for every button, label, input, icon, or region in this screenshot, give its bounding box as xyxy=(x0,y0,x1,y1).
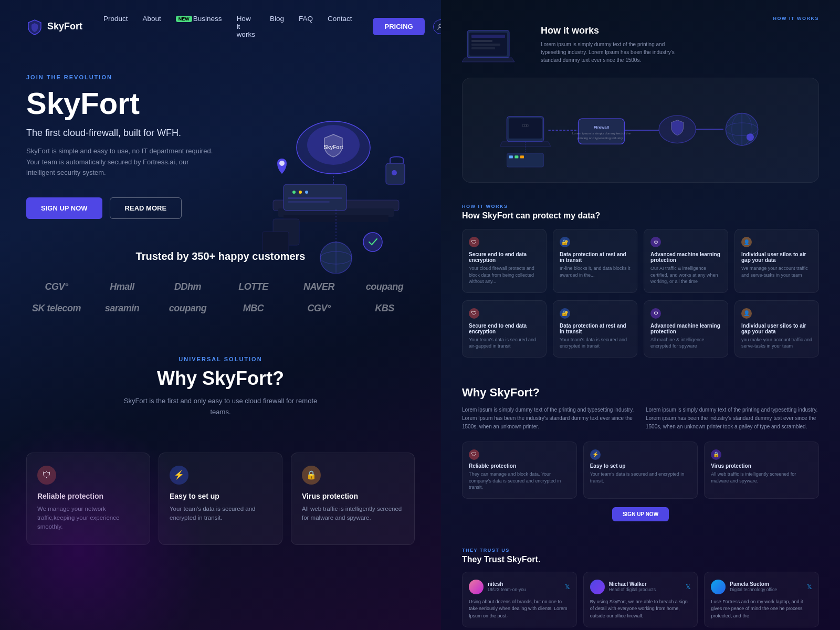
how-title: How it works xyxy=(541,25,688,36)
svg-rect-11 xyxy=(288,201,330,203)
signup-button[interactable]: SIGN UP NOW xyxy=(26,197,102,219)
svg-rect-6 xyxy=(284,184,346,211)
hero-content: JOIN THE REVOLUTION SkyFort The first cl… xyxy=(26,74,247,219)
logo-naver: NAVER xyxy=(289,281,349,292)
why-feature-text-1: Your team's data is secured and encrypte… xyxy=(590,471,691,484)
logo-cgv1: CGV° xyxy=(26,281,87,292)
why-cols: Lorem ipsum is simply dummy text of the … xyxy=(462,406,819,431)
logo-mbc: MBC xyxy=(223,303,284,314)
protect-grid-row2: 🛡 Secure end to end data encryption Your… xyxy=(462,300,819,358)
nav-faq[interactable]: FAQ xyxy=(299,15,313,38)
logo-coupang1: coupang xyxy=(354,281,415,292)
logo-lotte: LOTTE xyxy=(223,281,284,292)
why-feature-title-1: Easy to set up xyxy=(590,463,691,469)
logo-ddhm: DDhm xyxy=(158,281,218,292)
hero-subtitle: JOIN THE REVOLUTION xyxy=(26,74,247,80)
pricing-button[interactable]: PRICING xyxy=(373,18,424,35)
testimonial-role-0: UI/UX team-on-you xyxy=(488,587,526,592)
nav-links: Product About NEWBusiness How it works B… xyxy=(103,15,352,38)
protect-text-0: Your cloud firewall protects and block d… xyxy=(469,265,540,285)
why-text-2: Lorem ipsum is simply dummy text of the … xyxy=(646,406,819,431)
svg-text:printing and typesetting indus: printing and typesetting industry... xyxy=(578,136,625,140)
svg-point-8 xyxy=(299,191,302,194)
nav-about[interactable]: About xyxy=(143,15,161,38)
protect-text-4: Your team's data is secured and air-gapp… xyxy=(469,337,540,350)
nav-badge: NEW xyxy=(176,16,192,22)
protect-icon-2: ⚙ xyxy=(650,237,661,247)
protect-title-4: Secure end to end data encryption xyxy=(469,323,540,334)
testimonials-grid: nitesh UI/UX team-on-you 𝕏 Using about d… xyxy=(462,572,819,628)
feature-icon-0: 🛡 xyxy=(37,466,56,485)
why-feature-icon-2: 🔒 xyxy=(711,449,721,460)
why-feature-title-0: Reliable protection xyxy=(469,463,570,469)
protect-icon-3: 👤 xyxy=(741,237,752,247)
why-feature-2: 🔒 Virus protection All web traffic is in… xyxy=(704,442,819,499)
why-text-1: Lorem ipsum is simply dummy text of the … xyxy=(462,406,635,431)
nav-product[interactable]: Product xyxy=(103,15,128,38)
testimonial-1: Michael Walker Head of digital products … xyxy=(583,572,698,628)
user-icon[interactable] xyxy=(433,19,441,34)
protect-item-4: 🛡 Secure end to end data encryption Your… xyxy=(462,300,547,358)
why-signup-button[interactable]: SIGN UP NOW xyxy=(612,507,669,521)
feature-name-1: Easy to set up xyxy=(170,492,271,500)
svg-point-9 xyxy=(305,191,308,194)
protect-section: HOW IT WORKS How SkyFort can protect my … xyxy=(441,193,840,375)
hero-headline: The first cloud-firewall, built for WFH. xyxy=(26,128,247,139)
logo[interactable]: SkyFort xyxy=(26,18,82,35)
nav-contact[interactable]: Contact xyxy=(328,15,352,38)
universal-description: SkyFort is the first and only easy to us… xyxy=(116,396,326,418)
logo-coupang2: coupang xyxy=(158,303,218,314)
feature-text-1: Your team's data is secured and encrypte… xyxy=(170,505,271,523)
logo-cgv2: CGV° xyxy=(289,303,349,314)
svg-point-17 xyxy=(279,161,285,166)
svg-rect-28 xyxy=(471,44,500,46)
readmore-button[interactable]: READ MORE xyxy=(110,197,182,219)
protect-text-7: you make your account traffic and serve-… xyxy=(741,337,812,350)
feature-card-1: ⚡ Easy to set up Your team's data is sec… xyxy=(159,453,282,545)
feature-name-2: Virus protection xyxy=(302,492,404,500)
nav-how[interactable]: How it works xyxy=(237,15,255,38)
protect-item-3: 👤 Individual user silos to air gap your … xyxy=(734,229,819,293)
testimonial-name-0: nitesh xyxy=(488,581,526,587)
universal-title: Why SkyFort? xyxy=(26,368,415,390)
feature-card-0: 🛡 Reliable protection We manage your net… xyxy=(26,453,150,545)
trusted-section: Trusted by 350+ happy customers CGV° Hma… xyxy=(0,219,441,330)
why-features: 🛡 Reliable protection They can manage an… xyxy=(462,442,819,499)
hero-title: SkyFort xyxy=(26,87,247,120)
trusted-title: Trusted by 350+ happy customers xyxy=(26,250,415,262)
protect-text-5: Your team's data is secured and encrypte… xyxy=(560,337,631,350)
testimonial-text-0: Using about dozens of brands, but no one… xyxy=(469,598,570,620)
testimonial-avatar-1 xyxy=(590,580,605,594)
svg-rect-10 xyxy=(288,197,342,199)
protect-title-1: Data protection at rest and in transit xyxy=(560,251,631,263)
svg-rect-29 xyxy=(471,47,495,49)
svg-text:Firewall: Firewall xyxy=(594,125,609,130)
feature-name-0: Reliable protection xyxy=(37,492,139,500)
testimonial-header-2: Pamela Suetom Digital technology office … xyxy=(711,580,812,594)
hero-section: JOIN THE REVOLUTION SkyFort The first cl… xyxy=(0,53,441,219)
nav-business[interactable]: NEWBusiness xyxy=(176,15,222,38)
why-feature-0: 🛡 Reliable protection They can manage an… xyxy=(462,442,577,499)
testimonials-title: They Trust SkyFort. xyxy=(462,555,819,564)
svg-rect-15 xyxy=(386,163,405,184)
nav-blog[interactable]: Blog xyxy=(270,15,284,38)
why-feature-1: ⚡ Easy to set up Your team's data is sec… xyxy=(583,442,698,499)
feature-text-2: All web traffic is intelligently screene… xyxy=(302,505,404,523)
why-section: Why SkyFort? Lorem ipsum is simply dummy… xyxy=(441,375,840,537)
protect-item-7: 👤 Individual user silos to air gap your … xyxy=(734,300,819,358)
logo-sk: SK telecom xyxy=(26,303,87,314)
protect-title-5: Data protection at rest and in transit xyxy=(560,323,631,334)
svg-rect-1 xyxy=(273,200,399,211)
protect-text-6: All machine & intelligence encrypted for… xyxy=(650,337,721,350)
svg-rect-46 xyxy=(507,153,543,167)
svg-rect-26 xyxy=(471,35,505,38)
testimonial-text-2: I use Fortress and on my work laptop, an… xyxy=(711,598,812,620)
protect-title-6: Advanced machine learning protection xyxy=(650,323,721,334)
testimonial-text-1: By using SkyFort, we are able to breach … xyxy=(590,598,691,620)
svg-rect-47 xyxy=(509,155,513,158)
protect-grid-row1: 🛡 Secure end to end data encryption Your… xyxy=(462,229,819,293)
testimonial-role-1: Head of digital products xyxy=(609,587,656,592)
svg-point-7 xyxy=(292,191,296,194)
protect-item-6: ⚙ Advanced machine learning protection A… xyxy=(644,300,728,358)
hero-description: SkyFort is simple and easy to use, no IT… xyxy=(26,146,215,178)
